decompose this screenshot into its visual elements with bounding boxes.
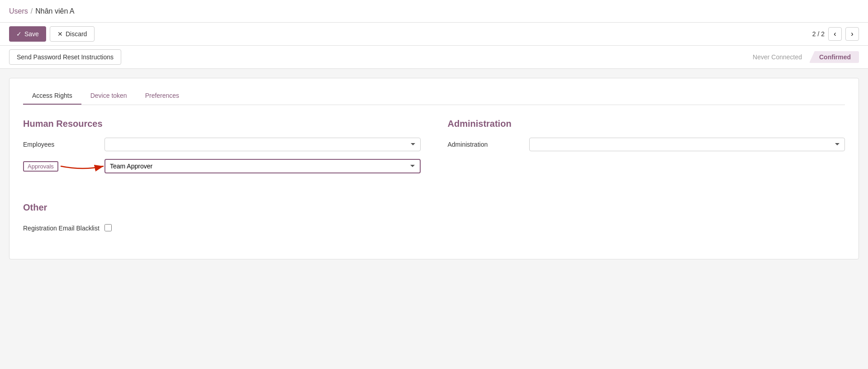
employees-field-row: Employees Employee Manager bbox=[23, 136, 421, 153]
tab-preferences[interactable]: Preferences bbox=[136, 87, 188, 105]
never-connected-status: Never Connected bbox=[745, 51, 809, 63]
breadcrumb-separator: / bbox=[31, 7, 33, 15]
toolbar-pagination: 2 / 2 ‹ › bbox=[812, 27, 859, 41]
prev-record-button[interactable]: ‹ bbox=[828, 27, 842, 41]
discard-icon: ✕ bbox=[57, 30, 63, 38]
tab-access-rights[interactable]: Access Rights bbox=[23, 87, 81, 105]
main-content: Access Rights Device token Preferences H… bbox=[0, 69, 868, 365]
save-label: Save bbox=[24, 30, 39, 38]
pagination-info: 2 / 2 bbox=[812, 30, 825, 38]
send-password-reset-button[interactable]: Send Password Reset Instructions bbox=[9, 49, 121, 65]
confirmed-status: Confirmed bbox=[809, 51, 859, 63]
administration-section: Administration Administration Access Rig… bbox=[448, 119, 845, 180]
employees-select[interactable]: Employee Manager bbox=[104, 138, 421, 151]
administration-select[interactable]: Access Rights Settings bbox=[529, 138, 845, 151]
discard-label: Discard bbox=[66, 30, 87, 38]
administration-field-row: Administration Access Rights Settings bbox=[448, 136, 845, 153]
save-icon: ✓ bbox=[16, 30, 22, 38]
toolbar: ✓ Save ✕ Discard 2 / 2 ‹ › bbox=[0, 23, 868, 46]
administration-value: Access Rights Settings bbox=[529, 138, 845, 151]
registration-email-blacklist-row: Registration Email Blacklist bbox=[23, 220, 845, 236]
discard-button[interactable]: ✕ Discard bbox=[50, 26, 95, 42]
employees-value: Employee Manager bbox=[104, 138, 421, 151]
employees-label: Employees bbox=[23, 141, 104, 148]
save-button[interactable]: ✓ Save bbox=[9, 26, 46, 42]
approvals-label: Approvals bbox=[23, 161, 58, 172]
toolbar-actions: ✓ Save ✕ Discard bbox=[9, 26, 95, 42]
breadcrumb-current-page: Nhân viên A bbox=[35, 7, 74, 15]
registration-email-blacklist-value bbox=[104, 224, 845, 233]
status-bar: Never Connected Confirmed bbox=[745, 51, 859, 63]
approvals-value: Team Approver All Approvals bbox=[104, 159, 421, 173]
approvals-select[interactable]: Team Approver All Approvals bbox=[104, 159, 421, 173]
breadcrumb-bar: Users / Nhân viên A bbox=[0, 0, 868, 23]
tab-device-token[interactable]: Device token bbox=[81, 87, 136, 105]
approvals-label-container: Approvals bbox=[23, 161, 104, 172]
registration-email-blacklist-label: Registration Email Blacklist bbox=[23, 225, 104, 232]
registration-email-blacklist-checkbox[interactable] bbox=[104, 224, 112, 231]
approvals-arrow-annotation bbox=[58, 159, 108, 173]
sections-wrapper: Human Resources Employees Employee Manag… bbox=[23, 119, 845, 193]
other-section: Other Registration Email Blacklist bbox=[23, 202, 845, 236]
breadcrumb: Users / Nhân viên A bbox=[9, 7, 75, 15]
breadcrumb-users-link[interactable]: Users bbox=[9, 7, 28, 15]
human-resources-section: Human Resources Employees Employee Manag… bbox=[23, 119, 421, 180]
next-record-button[interactable]: › bbox=[845, 27, 859, 41]
other-title: Other bbox=[23, 202, 845, 213]
administration-label: Administration bbox=[448, 141, 529, 148]
human-resources-title: Human Resources bbox=[23, 119, 421, 129]
administration-title: Administration bbox=[448, 119, 845, 129]
approvals-field-row: Approvals bbox=[23, 158, 421, 174]
content-card: Access Rights Device token Preferences H… bbox=[9, 78, 859, 259]
tabs-bar: Access Rights Device token Preferences bbox=[23, 87, 845, 105]
action-bar: Send Password Reset Instructions Never C… bbox=[0, 46, 868, 69]
